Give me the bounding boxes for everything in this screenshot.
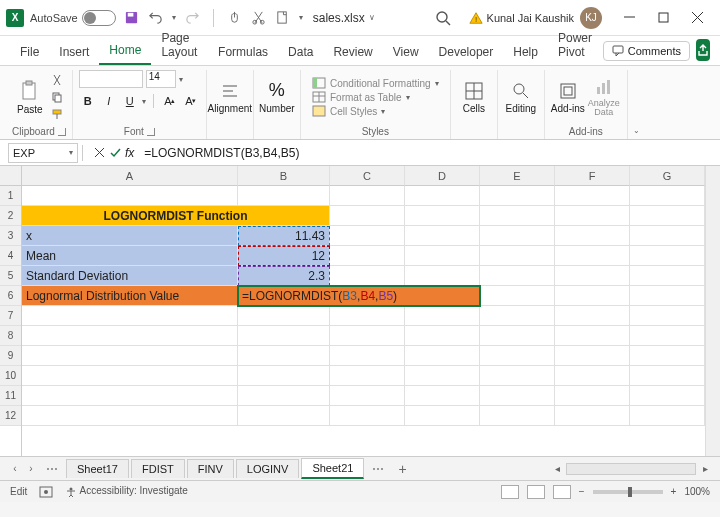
tab-power-pivot[interactable]: Power Pivot bbox=[548, 25, 603, 65]
cell[interactable] bbox=[405, 346, 480, 366]
cell[interactable] bbox=[555, 246, 630, 266]
cells-button[interactable]: Cells bbox=[457, 76, 491, 118]
cell[interactable] bbox=[630, 366, 705, 386]
share-button[interactable] bbox=[696, 39, 710, 61]
cell[interactable] bbox=[22, 326, 238, 346]
cell[interactable] bbox=[22, 386, 238, 406]
cell-header[interactable]: LOGNORMDIST Function bbox=[22, 206, 330, 226]
cancel-icon[interactable] bbox=[93, 146, 106, 159]
cell[interactable] bbox=[405, 386, 480, 406]
font-selector[interactable] bbox=[79, 70, 143, 88]
paste-button[interactable]: Paste bbox=[13, 76, 47, 118]
cell[interactable] bbox=[555, 386, 630, 406]
analyze-data-button[interactable]: Analyze Data bbox=[587, 76, 621, 118]
col-header[interactable]: F bbox=[555, 166, 630, 186]
cell[interactable] bbox=[330, 366, 405, 386]
tab-file[interactable]: File bbox=[10, 39, 49, 65]
font-dialog-launcher[interactable] bbox=[147, 128, 155, 136]
cell[interactable] bbox=[630, 346, 705, 366]
horizontal-scrollbar[interactable] bbox=[566, 463, 696, 475]
cell[interactable] bbox=[480, 306, 555, 326]
tab-data[interactable]: Data bbox=[278, 39, 323, 65]
cell[interactable] bbox=[480, 326, 555, 346]
clipboard-dialog-launcher[interactable] bbox=[58, 128, 66, 136]
editing-button[interactable]: Editing bbox=[504, 76, 538, 118]
zoom-slider[interactable] bbox=[593, 490, 663, 494]
cell[interactable] bbox=[405, 366, 480, 386]
decrease-font-button[interactable]: A▾ bbox=[182, 92, 200, 110]
row-header[interactable]: 2 bbox=[0, 206, 21, 226]
tab-developer[interactable]: Developer bbox=[429, 39, 504, 65]
cell[interactable] bbox=[405, 206, 480, 226]
cell[interactable] bbox=[330, 246, 405, 266]
cell[interactable] bbox=[330, 386, 405, 406]
cell[interactable] bbox=[330, 406, 405, 426]
cell[interactable] bbox=[555, 186, 630, 206]
autosave-toggle[interactable] bbox=[82, 10, 116, 26]
sheet-nav-next[interactable]: › bbox=[24, 463, 38, 474]
maximize-button[interactable] bbox=[646, 4, 680, 32]
row-header[interactable]: 8 bbox=[0, 326, 21, 346]
addins-button[interactable]: Add-ins bbox=[551, 76, 585, 118]
cell[interactable] bbox=[330, 346, 405, 366]
sheet-tab[interactable]: LOGINV bbox=[236, 459, 300, 478]
cell[interactable] bbox=[480, 206, 555, 226]
cell[interactable] bbox=[630, 186, 705, 206]
cell[interactable] bbox=[555, 226, 630, 246]
row-header[interactable]: 6 bbox=[0, 286, 21, 306]
comments-button[interactable]: Comments bbox=[603, 41, 690, 61]
cell[interactable] bbox=[330, 226, 405, 246]
col-header[interactable]: G bbox=[630, 166, 705, 186]
cell[interactable] bbox=[238, 406, 330, 426]
font-size-selector[interactable]: 14 bbox=[146, 70, 176, 88]
new-file-icon[interactable] bbox=[275, 10, 290, 25]
cell[interactable] bbox=[630, 406, 705, 426]
cell[interactable] bbox=[555, 206, 630, 226]
cell[interactable] bbox=[480, 386, 555, 406]
cell[interactable] bbox=[22, 306, 238, 326]
sheet-tab[interactable]: FDIST bbox=[131, 459, 185, 478]
tab-review[interactable]: Review bbox=[323, 39, 382, 65]
copy-button[interactable] bbox=[49, 90, 65, 104]
cell[interactable] bbox=[238, 346, 330, 366]
cell-b6-editing[interactable]: =LOGNORMDIST(B3,B4,B5) bbox=[238, 286, 480, 306]
cell[interactable] bbox=[630, 386, 705, 406]
accessibility-status[interactable]: Accessibility: Investigate bbox=[65, 485, 188, 497]
bold-button[interactable]: B bbox=[79, 92, 97, 110]
cell[interactable] bbox=[405, 246, 480, 266]
cell[interactable] bbox=[238, 366, 330, 386]
cell[interactable] bbox=[330, 206, 405, 226]
cell[interactable] bbox=[330, 326, 405, 346]
normal-view-button[interactable] bbox=[501, 485, 519, 499]
cell-b3[interactable]: 11.43 bbox=[238, 226, 330, 246]
name-box[interactable]: EXP▾ bbox=[8, 143, 78, 163]
format-as-table-button[interactable]: Format as Table▾ bbox=[312, 91, 439, 103]
filename[interactable]: sales.xlsx ∨ bbox=[313, 11, 375, 25]
tab-view[interactable]: View bbox=[383, 39, 429, 65]
col-header[interactable]: B bbox=[238, 166, 330, 186]
col-header[interactable]: E bbox=[480, 166, 555, 186]
select-all-corner[interactable] bbox=[0, 166, 21, 186]
cell[interactable] bbox=[330, 306, 405, 326]
cell[interactable] bbox=[480, 406, 555, 426]
col-header[interactable]: C bbox=[330, 166, 405, 186]
cell[interactable] bbox=[555, 286, 630, 306]
cell[interactable] bbox=[405, 186, 480, 206]
save-icon[interactable] bbox=[124, 10, 139, 25]
cell[interactable] bbox=[405, 266, 480, 286]
italic-button[interactable]: I bbox=[100, 92, 118, 110]
increase-font-button[interactable]: A▴ bbox=[161, 92, 179, 110]
cell[interactable] bbox=[405, 306, 480, 326]
tab-home[interactable]: Home bbox=[99, 37, 151, 65]
account-name[interactable]: ! Kunal Jai Kaushik bbox=[469, 11, 574, 25]
vertical-scrollbar[interactable] bbox=[705, 166, 720, 456]
sheet-tab[interactable]: FINV bbox=[187, 459, 234, 478]
cell[interactable] bbox=[630, 266, 705, 286]
cell[interactable] bbox=[405, 326, 480, 346]
undo-icon[interactable] bbox=[148, 10, 163, 25]
cell[interactable] bbox=[330, 186, 405, 206]
cell-a4[interactable]: Mean bbox=[22, 246, 238, 266]
formula-input[interactable]: =LOGNORMDIST(B3,B4,B5) bbox=[140, 146, 299, 160]
cell[interactable] bbox=[405, 226, 480, 246]
cell[interactable] bbox=[22, 186, 238, 206]
